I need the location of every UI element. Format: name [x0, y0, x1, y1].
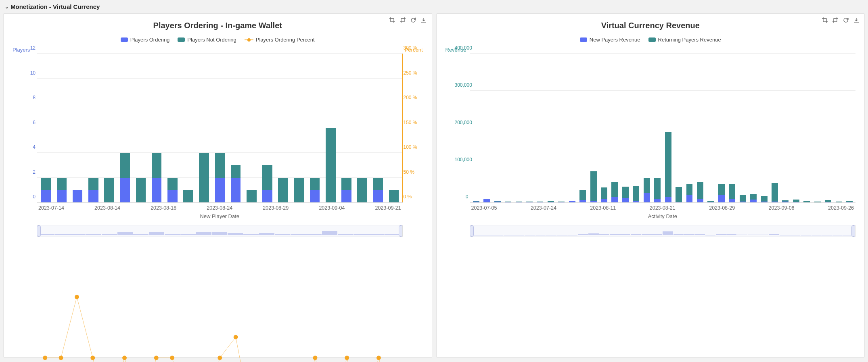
bar[interactable]: [292, 54, 306, 202]
bar[interactable]: [213, 54, 227, 202]
bar[interactable]: [813, 54, 822, 202]
bar[interactable]: [86, 54, 100, 202]
bar[interactable]: [546, 54, 555, 202]
x-tick: 2023-07-14: [38, 205, 64, 211]
bar[interactable]: [599, 54, 609, 202]
bar[interactable]: [339, 54, 353, 202]
bar[interactable]: [578, 54, 587, 202]
bar[interactable]: [493, 54, 502, 202]
svg-point-2: [75, 295, 79, 299]
bar[interactable]: [781, 54, 790, 202]
crop-alt-icon[interactable]: [831, 16, 839, 24]
chevron-down-icon: ⌄: [5, 4, 9, 10]
bar[interactable]: [323, 54, 338, 202]
y-tick: 300,000: [455, 82, 469, 88]
bar[interactable]: [589, 54, 598, 202]
bar[interactable]: [557, 54, 566, 202]
bar[interactable]: [802, 54, 812, 202]
slider-handle-left[interactable]: [470, 225, 474, 237]
chart-panel-vc-revenue: Virtual Currency Revenue New Payers Reve…: [436, 13, 865, 358]
x-tick: 2023-07-05: [471, 205, 497, 211]
bar[interactable]: [181, 54, 195, 202]
bar[interactable]: [621, 54, 630, 202]
y-tick: 12: [22, 45, 36, 51]
plot-area[interactable]: 0100,000200,000300,000400,000: [470, 54, 856, 203]
bar[interactable]: [387, 54, 401, 202]
bar[interactable]: [355, 54, 370, 202]
slider-handle-right[interactable]: [851, 225, 855, 237]
slider-handle-left[interactable]: [37, 225, 41, 237]
download-icon[interactable]: [420, 16, 428, 24]
bar[interactable]: [118, 54, 132, 202]
plot-area[interactable]: 024681012 0 %50 %100 %150 %200 %250 %300…: [37, 54, 403, 203]
svg-point-11: [218, 356, 222, 360]
bar[interactable]: [706, 54, 715, 202]
bar[interactable]: [535, 54, 545, 202]
y-tick: 6: [22, 120, 36, 125]
crop-icon[interactable]: [388, 16, 396, 24]
bar[interactable]: [276, 54, 291, 202]
bar[interactable]: [674, 54, 683, 202]
legend-item[interactable]: Players Not Ordering: [178, 37, 236, 43]
bar[interactable]: [260, 54, 274, 202]
bar[interactable]: [165, 54, 180, 202]
overview-slider[interactable]: [37, 225, 403, 237]
svg-point-0: [43, 356, 47, 360]
bar[interactable]: [514, 54, 523, 202]
x-tick: 2023-09-26: [828, 205, 854, 211]
legend-item[interactable]: Players Ordering Percent: [245, 37, 315, 43]
bar[interactable]: [134, 54, 148, 202]
bar[interactable]: [482, 54, 491, 202]
bar[interactable]: [663, 54, 673, 202]
bar[interactable]: [610, 54, 619, 202]
slider-handle-right[interactable]: [399, 225, 403, 237]
x-axis: 2023-07-142023-08-142023-08-182023-08-24…: [37, 205, 403, 211]
bar[interactable]: [228, 54, 243, 202]
legend-item[interactable]: Players Ordering: [121, 37, 170, 43]
bar[interactable]: [102, 54, 116, 202]
bar[interactable]: [770, 54, 779, 202]
crop-alt-icon[interactable]: [399, 16, 407, 24]
bar[interactable]: [471, 54, 481, 202]
bar[interactable]: [503, 54, 512, 202]
bar[interactable]: [823, 54, 832, 202]
bar[interactable]: [39, 54, 53, 202]
download-icon[interactable]: [852, 16, 860, 24]
svg-point-19: [345, 356, 349, 360]
bar[interactable]: [728, 54, 737, 202]
bar[interactable]: [525, 54, 534, 202]
bar[interactable]: [70, 54, 85, 202]
bar[interactable]: [632, 54, 641, 202]
x-tick: 2023-08-29: [263, 205, 289, 211]
overview-slider[interactable]: [470, 225, 856, 237]
bar[interactable]: [197, 54, 211, 202]
bar[interactable]: [791, 54, 801, 202]
refresh-icon[interactable]: [409, 16, 417, 24]
bar[interactable]: [738, 54, 747, 202]
bar[interactable]: [244, 54, 259, 202]
y-tick: 300 %: [404, 45, 423, 51]
bar[interactable]: [685, 54, 694, 202]
bar[interactable]: [845, 54, 854, 202]
bar[interactable]: [567, 54, 577, 202]
bar[interactable]: [759, 54, 769, 202]
legend-item[interactable]: Returning Payers Revenue: [648, 37, 721, 43]
svg-point-17: [313, 356, 318, 360]
crop-icon[interactable]: [821, 16, 829, 24]
bar[interactable]: [371, 54, 385, 202]
bar[interactable]: [834, 54, 843, 202]
bar[interactable]: [695, 54, 705, 202]
bar[interactable]: [149, 54, 164, 202]
refresh-icon[interactable]: [842, 16, 850, 24]
y-tick: 50 %: [404, 169, 423, 175]
bar[interactable]: [307, 54, 322, 202]
bar[interactable]: [54, 54, 69, 202]
x-tick: 2023-08-18: [151, 205, 176, 211]
bar[interactable]: [717, 54, 726, 202]
bar[interactable]: [653, 54, 662, 202]
x-tick: 2023-09-06: [769, 205, 795, 211]
bar[interactable]: [642, 54, 651, 202]
legend-item[interactable]: New Payers Revenue: [580, 37, 640, 43]
section-header[interactable]: ⌄ Monetization - Virtual Currency: [0, 0, 868, 13]
bar[interactable]: [749, 54, 758, 202]
